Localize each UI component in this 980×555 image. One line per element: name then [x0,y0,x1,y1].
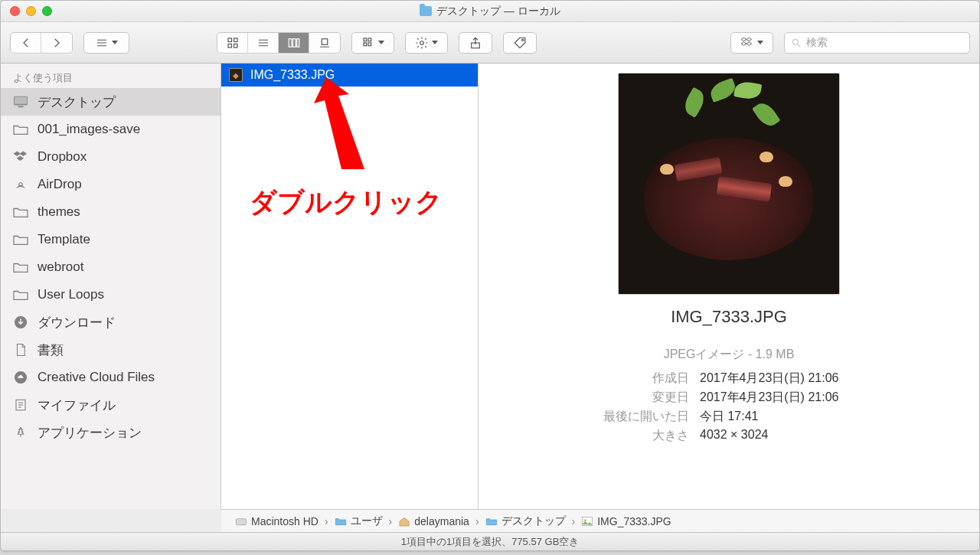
sidebar-item-label: アプリケーション [38,424,142,442]
path-bar: Macintosh HD›ユーザ›delaymania›デスクトップ›IMG_7… [221,509,979,532]
sidebar-item-11[interactable]: マイファイル [1,391,220,419]
sidebar-item-4[interactable]: themes [1,198,220,226]
folder-icon [11,232,30,247]
view-mode-group [217,32,341,54]
preview-image[interactable] [618,73,840,295]
forward-button[interactable] [41,33,72,53]
svg-rect-17 [364,43,367,46]
window-title: デスクトップ — ローカル [420,5,560,18]
chevron-right-icon: › [572,515,576,527]
sidebar-item-6[interactable]: webroot [1,253,220,281]
minimize-window-button[interactable] [26,6,36,16]
meta-value-opened: 今日 17:41 [700,409,861,425]
breadcrumb-item[interactable]: delaymania [398,515,469,527]
meta-label-created: 作成日 [597,371,689,387]
svg-point-19 [420,41,424,44]
chevron-down-icon [432,41,438,44]
tags-button[interactable] [503,32,537,54]
file-item[interactable]: ◆ IMG_7333.JPG [221,64,478,87]
sidebar-item-10[interactable]: Creative Cloud Files [1,364,220,391]
svg-rect-6 [234,44,237,47]
sidebar-item-12[interactable]: アプリケーション [1,419,220,446]
search-placeholder: 検索 [806,36,828,50]
zoom-window-button[interactable] [42,6,52,16]
breadcrumb-item[interactable]: IMG_7333.JPG [581,515,671,527]
breadcrumb-label: ユーザ [351,514,383,528]
svg-rect-25 [15,97,27,104]
svg-rect-11 [292,38,296,47]
columns-icon [287,36,301,50]
status-bar: 1項目中の1項目を選択、775.57 GB空き [1,532,979,550]
sidebar-toggle[interactable] [83,32,129,54]
file-list-column[interactable]: ◆ IMG_7333.JPG [221,64,478,509]
svg-rect-3 [228,38,232,42]
svg-line-23 [798,44,801,47]
breadcrumb-label: delaymania [414,515,469,527]
sidebar-item-1[interactable]: 001_images-save [1,116,220,143]
airdrop-icon [11,177,30,192]
sidebar-item-8[interactable]: ダウンロード [1,309,220,336]
toolbar: 検索 [1,22,979,64]
sidebar-item-5[interactable]: Template [1,226,220,253]
nav-buttons [10,32,73,54]
titlebar: デスクトップ — ローカル [1,1,979,22]
sidebar-item-label: themes [38,204,80,220]
svg-point-21 [522,39,524,41]
meta-value-modified: 2017年4月23日(日) 21:06 [700,390,861,406]
list-icon [95,36,109,50]
svg-rect-4 [234,38,237,42]
svg-rect-10 [289,38,292,47]
sidebar-item-label: マイファイル [38,397,116,414]
svg-rect-18 [368,43,371,46]
icon-view-button[interactable] [217,33,248,53]
sidebar-item-label: 001_images-save [38,122,140,137]
breadcrumb-label: Macintosh HD [251,515,318,527]
share-button[interactable] [459,32,492,54]
breadcrumb-item[interactable]: ユーザ [335,514,383,528]
chevron-down-icon [112,41,118,44]
meta-label-dimensions: 大きさ [597,428,689,444]
folder-icon [11,122,30,137]
myfiles-icon [11,397,30,413]
sidebar-item-label: User Loops [38,287,104,302]
file-item-name: IMG_7333.JPG [250,68,335,82]
breadcrumb-item[interactable]: Macintosh HD [235,515,318,527]
ccloud-icon [11,370,30,385]
list-view-button[interactable] [248,33,279,53]
search-input[interactable]: 検索 [784,32,970,54]
action-button[interactable] [405,32,448,54]
dropbox-icon [740,36,754,50]
folder-icon [11,260,30,275]
coverflow-view-button[interactable] [309,33,340,53]
sidebar-item-7[interactable]: User Loops [1,281,220,309]
sidebar-item-2[interactable]: Dropbox [1,143,220,171]
gallery-icon [318,36,332,50]
sidebar-section-header: よく使う項目 [1,68,220,88]
share-icon [469,36,482,50]
sidebar-item-label: webroot [38,260,83,275]
arrange-button[interactable] [351,32,394,54]
close-window-button[interactable] [10,6,20,16]
preview-filename: IMG_7333.JPG [671,307,787,327]
list-icon [256,36,270,50]
chevron-right-icon: › [325,515,328,527]
breadcrumb-label: IMG_7333.JPG [597,515,671,527]
breadcrumb-item[interactable]: デスクトップ [485,514,566,528]
chevron-down-icon [378,41,384,44]
window-controls [10,6,52,16]
sidebar[interactable]: よく使う項目 デスクトップ001_images-saveDropboxAirDr… [1,64,221,509]
sidebar-item-9[interactable]: 書類 [1,336,220,364]
meta-value-dimensions: 4032 × 3024 [700,428,861,444]
sidebar-item-0[interactable]: デスクトップ [1,88,220,116]
column-view-button[interactable] [279,33,309,53]
sidebar-item-3[interactable]: AirDrop [1,171,220,198]
desktop-icon [11,94,30,109]
dropbox-icon [11,149,30,165]
chevron-right-icon [50,36,64,50]
meta-label-modified: 変更日 [597,390,689,406]
home-icon [398,516,410,527]
back-button[interactable] [11,33,41,53]
meta-value-created: 2017年4月23日(日) 21:06 [700,371,861,387]
dropbox-toolbar-button[interactable] [730,32,773,54]
folder-icon [335,516,347,527]
